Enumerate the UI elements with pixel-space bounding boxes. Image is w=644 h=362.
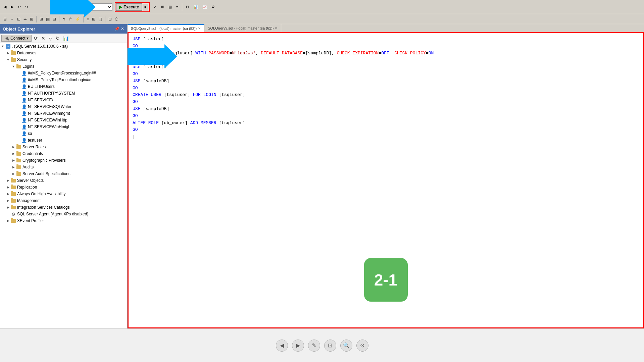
security-expander[interactable]: ▼ (5, 57, 11, 62)
logins-expander[interactable]: ▼ (11, 64, 16, 69)
logins-folder-icon (16, 64, 21, 69)
sql-line-14: GO (133, 126, 639, 134)
tb2-btn16[interactable]: ⬡ (114, 16, 119, 22)
login-ms1-label: ##MS_PolicyEventProcessingLogin## (28, 71, 96, 75)
nav-back-btn[interactable]: ◀ (276, 340, 288, 352)
tree-node-login-ms2[interactable]: 👤 ##MS_PolicyTsqlExecutionLogin## (0, 76, 127, 83)
tree-node-login-ntservice3[interactable]: 👤 NT SERVICE\Winmgmt (0, 110, 127, 117)
tb2-btn3[interactable]: ⊡ (16, 16, 21, 22)
tree-node-audits[interactable]: ▶ Audits (0, 164, 127, 170)
server-objects-expander[interactable]: ▶ (5, 178, 11, 183)
nav-back-icon: ◀ (280, 342, 284, 349)
alwayson-label: Always On High Availability (17, 192, 66, 196)
sql-tab-1[interactable]: SQLQuery8.sql - (local).master (sa (52))… (128, 24, 204, 32)
tb2-btn6[interactable]: ⊞ (39, 16, 44, 22)
login-ms2-label: ##MS_PolicyTsqlExecutionLogin## (28, 77, 91, 82)
tree-node-login-sa[interactable]: 👤 sa (0, 130, 127, 137)
login-winhttp-label: NT SERVICEWinHmight (28, 124, 71, 129)
tree-node-login-ntservice2[interactable]: 👤 NT SERVICE\SQLWriter (0, 103, 127, 110)
parse-btn[interactable]: ✓ (152, 4, 158, 10)
tree-node-login-builtin[interactable]: 👤 BUILTIN\Users (0, 83, 127, 90)
credentials-expander[interactable]: ▶ (11, 151, 16, 156)
login-ntservice3-icon: 👤 (21, 111, 27, 116)
tb2-btn4[interactable]: ➡ (22, 16, 28, 22)
replication-expander[interactable]: ▶ (5, 185, 11, 190)
alwayson-expander[interactable]: ▶ (5, 191, 11, 197)
crypto-expander[interactable]: ▶ (11, 158, 16, 163)
tree-node-login-winmgmt[interactable]: 👤 NT SERVICE\WinHttp (0, 117, 127, 123)
back-btn[interactable]: ◀ (2, 4, 8, 10)
nav-forward-btn[interactable]: ▶ (292, 340, 304, 352)
audit-specs-expander[interactable]: ▶ (11, 171, 16, 176)
sql-tab-2[interactable]: SQLQuery9.sql - (local).master (sa (62))… (204, 24, 281, 32)
oe-pin-btn[interactable]: 📌 (114, 27, 119, 31)
execute-play-icon: ▶ (119, 5, 122, 9)
oe-filter-btn[interactable]: ▽ (48, 35, 53, 41)
results-btn[interactable]: ⊞ (159, 4, 166, 10)
oe-refresh-btn[interactable]: ⟳ (33, 35, 39, 41)
include-actual-btn[interactable]: 📊 (192, 4, 200, 10)
tree-node-credentials[interactable]: ▶ Credentials (0, 150, 127, 157)
sql-tab-2-close[interactable]: ✕ (275, 26, 278, 30)
oe-stop-btn[interactable]: ✕ (40, 35, 46, 41)
tree-node-server-roles[interactable]: ▶ Server Roles (0, 144, 127, 150)
tree-node-login-ms1[interactable]: 👤 ##MS_PolicyEventProcessingLogin## (0, 70, 127, 76)
integration-expander[interactable]: ▶ (5, 205, 11, 210)
oe-activity-btn[interactable]: 📊 (62, 35, 70, 41)
tree-node-integration[interactable]: ▶ Integration Services Catalogs (0, 204, 127, 211)
colsep-btn[interactable]: ⊡ (184, 4, 191, 10)
tree-node-security[interactable]: ▼ Security (0, 56, 127, 63)
nav-copy-btn[interactable]: ⊡ (324, 340, 336, 352)
nav-search-btn[interactable]: 🔍 (340, 340, 352, 352)
audits-expander[interactable]: ▶ (11, 164, 16, 170)
tree-node-login-winhttp[interactable]: 👤 NT SERVICEWinHmight (0, 123, 127, 130)
tree-node-management[interactable]: ▶ Management (0, 197, 127, 204)
fwd-btn[interactable]: ▶ (9, 4, 15, 10)
tb2-btn15[interactable]: ⊡ (107, 16, 113, 22)
nav-edit-btn[interactable]: ✎ (308, 340, 320, 352)
tree-node-login-testuser[interactable]: 👤 testuser (0, 137, 127, 144)
query-opts-btn[interactable]: ⚙ (210, 4, 216, 10)
tree-node-login-ntservice[interactable]: 👤 NT SERVICE\... (0, 97, 127, 103)
tree-node-server-objects[interactable]: ▶ Server Objects (0, 177, 127, 184)
tree-node-audit-specs[interactable]: ▶ Server Audit Specifications (0, 170, 127, 177)
server-expander[interactable]: ▼ (0, 44, 5, 49)
undo-btn[interactable]: ↩ (16, 4, 22, 10)
xevent-expander[interactable]: ▶ (5, 218, 11, 223)
grid-btn[interactable]: ▦ (167, 4, 174, 10)
text-btn[interactable]: ≡ (175, 4, 180, 10)
login-winmgmt-label: NT SERVICE\WinHttp (28, 118, 67, 122)
connect-button[interactable]: 🔌 Connect ▾ (1, 35, 32, 42)
sql-line-10: GO (133, 99, 639, 106)
redo-btn[interactable]: ↪ (23, 4, 30, 10)
tb2-btn5[interactable]: ⊞ (29, 16, 34, 22)
disp-est-btn[interactable]: 📈 (201, 4, 209, 10)
tree-node-sqlagent[interactable]: ⚙ SQL Server Agent (Agent XPs disabled) (0, 211, 127, 217)
nav-more-btn[interactable]: ⊙ (356, 340, 368, 352)
tree-node-logins[interactable]: ▼ Logins (0, 63, 127, 70)
tb2-btn14[interactable]: ◫ (97, 16, 103, 22)
tree-node-login-ntauth[interactable]: 👤 NT AUTHORITY\SYSTEM (0, 90, 127, 97)
databases-expander[interactable]: ▶ (5, 50, 11, 56)
tb2-btn7[interactable]: ▤ (45, 16, 51, 22)
oe-close-btn[interactable]: ✕ (121, 27, 124, 31)
login-ntservice2-label: NT SERVICE\SQLWriter (28, 104, 71, 109)
management-expander[interactable]: ▶ (5, 198, 11, 203)
tb2-btn1[interactable]: ⊞ (2, 16, 8, 22)
execute-button[interactable]: ▶ Execute (116, 3, 142, 11)
server-roles-expander[interactable]: ▶ (11, 144, 16, 150)
tree-node-xevent[interactable]: ▶ XEvent Profiler (0, 217, 127, 224)
crypto-label: Cryptographic Providers (22, 158, 66, 163)
tree-node-server[interactable]: ▼ S . (SQL Server 16.0.1000.6 - sa) (0, 43, 127, 50)
sql-tab-1-close[interactable]: ✕ (198, 27, 201, 30)
tree-node-alwayson[interactable]: ▶ Always On High Availability (0, 191, 127, 197)
login-ntservice-label: NT SERVICE\... (28, 98, 56, 102)
tree-node-crypto[interactable]: ▶ Cryptographic Providers (0, 157, 127, 164)
tree-node-databases[interactable]: ▶ Databases (0, 50, 127, 56)
oe-sync-btn[interactable]: ↻ (55, 35, 61, 41)
tree-node-replication[interactable]: ▶ Replication (0, 184, 127, 191)
cancel-execute-btn[interactable]: ■ (143, 4, 148, 10)
server-objects-folder-icon (11, 178, 16, 183)
tb2-btn2[interactable]: ↔ (9, 16, 15, 22)
blue-arrow-annotation2 (128, 44, 177, 68)
